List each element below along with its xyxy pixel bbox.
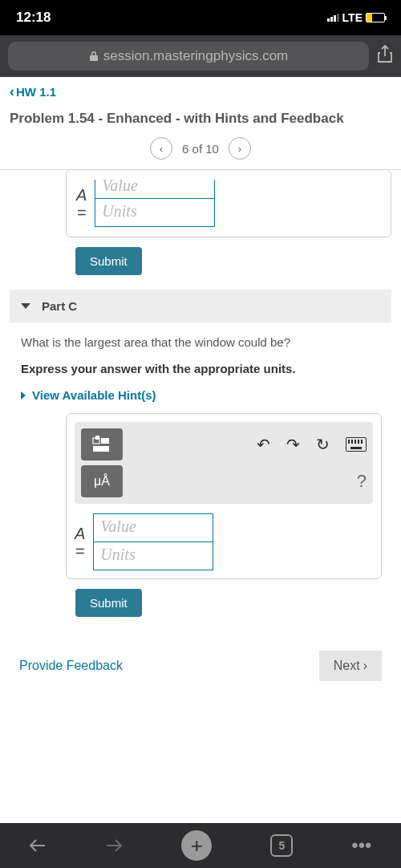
fraction-button[interactable] — [81, 428, 123, 460]
share-icon[interactable] — [377, 45, 393, 67]
chevron-right-icon: › — [363, 659, 367, 673]
part-c-header[interactable]: Part C — [10, 290, 391, 322]
pager-text: 6 of 10 — [182, 142, 219, 156]
pager-prev-button[interactable]: ‹ — [150, 137, 172, 160]
status-right: LTE — [327, 11, 385, 24]
keyboard-icon[interactable] — [346, 437, 367, 452]
back-label: HW 1.1 — [16, 85, 56, 99]
instruction-text: Express your answer with the appropriate… — [10, 355, 391, 385]
browser-bar: session.masteringphysics.com — [0, 35, 401, 77]
network-label: LTE — [342, 11, 363, 24]
signal-icon — [327, 14, 339, 22]
caret-right-icon — [21, 391, 26, 400]
url-bar[interactable]: session.masteringphysics.com — [8, 42, 369, 71]
battery-icon — [366, 13, 385, 22]
variable-label: A = — [75, 525, 85, 560]
redo-icon[interactable]: ↷ — [286, 435, 300, 454]
caret-down-icon — [21, 303, 30, 309]
pager: ‹ 6 of 10 › — [0, 137, 401, 170]
url-text: session.masteringphysics.com — [103, 48, 289, 64]
tabs-button[interactable]: 5 — [270, 834, 293, 857]
submit-button[interactable]: Submit — [75, 247, 142, 275]
hints-label: View Available Hint(s) — [32, 388, 156, 402]
problem-title: Problem 1.54 - Enhanced - with Hints and… — [0, 107, 401, 137]
chevron-left-icon: ‹ — [10, 83, 14, 100]
variable-label: A = — [76, 186, 87, 221]
nav-back-icon[interactable] — [29, 837, 47, 854]
next-button[interactable]: Next › — [319, 651, 382, 681]
pager-next-button[interactable]: › — [229, 137, 251, 160]
hints-link[interactable]: View Available Hint(s) — [10, 385, 391, 413]
new-tab-button[interactable]: + — [181, 830, 212, 861]
part-c-answer-box: ↶ ↷ ↻ μÅ ? A = Value Units — [66, 413, 382, 579]
units-input[interactable]: Units — [93, 541, 213, 570]
question-text: What is the largest area that the window… — [10, 322, 391, 355]
submit-button[interactable]: Submit — [75, 589, 142, 617]
svg-rect-2 — [101, 438, 109, 444]
status-time: 12:18 — [16, 10, 51, 26]
svg-rect-1 — [95, 436, 99, 440]
undo-icon[interactable]: ↶ — [257, 435, 270, 454]
reset-icon[interactable]: ↻ — [316, 435, 330, 454]
value-input[interactable]: Value — [93, 513, 213, 542]
status-bar: 12:18 LTE — [0, 0, 401, 35]
back-link[interactable]: ‹ HW 1.1 — [0, 77, 401, 107]
browser-bottom-bar: + 5 ••• — [0, 823, 401, 868]
provide-feedback-link[interactable]: Provide Feedback — [19, 659, 123, 673]
units-symbol-button[interactable]: μÅ — [81, 465, 123, 497]
lock-icon — [89, 51, 99, 62]
units-input[interactable]: Units — [95, 198, 215, 227]
nav-forward-icon[interactable] — [105, 837, 123, 854]
value-input[interactable]: Value — [95, 180, 215, 199]
part-b-answer-box: A = Value Units — [66, 169, 391, 237]
input-toolbar: ↶ ↷ ↻ μÅ ? — [75, 422, 373, 504]
help-icon[interactable]: ? — [357, 471, 367, 492]
menu-icon[interactable]: ••• — [351, 834, 371, 857]
part-c-label: Part C — [42, 299, 77, 313]
svg-rect-3 — [93, 446, 109, 452]
